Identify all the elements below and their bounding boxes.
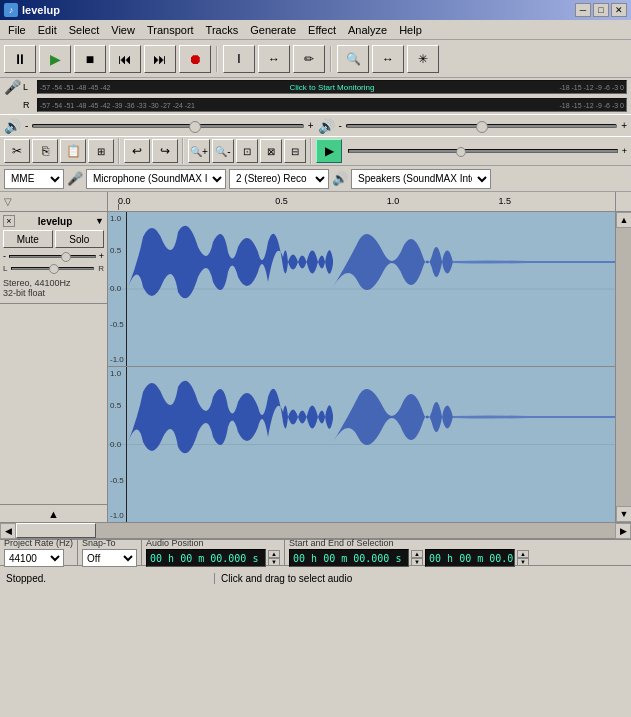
scale-bot-neg-1-0: -1.0 bbox=[108, 511, 124, 520]
zoom-full-button[interactable]: ⊟ bbox=[284, 139, 306, 163]
menu-bar: File Edit Select View Transport Tracks G… bbox=[0, 20, 631, 40]
scroll-down-button[interactable]: ▼ bbox=[616, 506, 631, 522]
stop-button[interactable]: ■ bbox=[74, 45, 106, 73]
minimize-button[interactable]: ─ bbox=[575, 3, 591, 17]
play-button[interactable]: ▶ bbox=[39, 45, 71, 73]
menu-generate[interactable]: Generate bbox=[244, 22, 302, 38]
solo-button[interactable]: Solo bbox=[55, 230, 105, 248]
scroll-track-v[interactable] bbox=[616, 228, 631, 506]
channels-select[interactable]: 2 (Stereo) Reco bbox=[229, 169, 329, 189]
sel-start-up[interactable]: ▲ bbox=[411, 550, 423, 558]
menu-analyze[interactable]: Analyze bbox=[342, 22, 393, 38]
prev-button[interactable]: ⏮ bbox=[109, 45, 141, 73]
toolbar-divider-1 bbox=[216, 46, 218, 72]
zoom-sel-button[interactable]: ⊡ bbox=[236, 139, 258, 163]
vol-plus-track: + bbox=[99, 251, 104, 261]
sel-end-down[interactable]: ▼ bbox=[517, 558, 529, 566]
menu-file[interactable]: File bbox=[2, 22, 32, 38]
menu-effect[interactable]: Effect bbox=[302, 22, 342, 38]
scale-top-neg-1-0: -1.0 bbox=[108, 355, 124, 364]
track-dropdown-icon[interactable]: ▼ bbox=[95, 216, 104, 226]
vu-meter-left[interactable]: -57 -54 -51 -48 -45 -42 Click to Start M… bbox=[37, 80, 627, 94]
audio-pos-input[interactable]: 00 h 00 m 00.000 s bbox=[146, 549, 266, 567]
paste-button[interactable]: 📋 bbox=[60, 139, 86, 163]
scroll-left-button[interactable]: ◀ bbox=[0, 523, 16, 539]
mon-plus-label: + bbox=[621, 120, 627, 131]
pause-button[interactable]: ⏸ bbox=[4, 45, 36, 73]
project-rate-section: Project Rate (Hz) 44100 bbox=[0, 540, 78, 565]
edit-divider-1 bbox=[118, 138, 120, 164]
menu-transport[interactable]: Transport bbox=[141, 22, 200, 38]
selection-start-spinner[interactable]: ▲ ▼ bbox=[411, 550, 423, 566]
waveform-top-svg bbox=[108, 212, 615, 366]
zoom-in-tool-button[interactable]: 🔍 bbox=[337, 45, 369, 73]
sel-end-up[interactable]: ▲ bbox=[517, 550, 529, 558]
snap-to-select[interactable]: Off bbox=[82, 549, 137, 567]
menu-select[interactable]: Select bbox=[63, 22, 106, 38]
ruler-triangle: ▽ bbox=[4, 196, 12, 207]
hscroll-thumb[interactable] bbox=[16, 523, 96, 538]
track-info: Stereo, 44100Hz 32-bit float bbox=[3, 276, 104, 300]
ruler-mark-1-5: 1.5 bbox=[498, 196, 511, 206]
hscroll-track[interactable] bbox=[16, 523, 615, 538]
trim-button[interactable]: ⊞ bbox=[88, 139, 114, 163]
multi-tool-button[interactable]: ✳ bbox=[407, 45, 439, 73]
ruler-scroll-corner bbox=[615, 192, 631, 211]
record-button[interactable]: ⏺ bbox=[179, 45, 211, 73]
maximize-button[interactable]: □ bbox=[593, 3, 609, 17]
output-device-select[interactable]: Speakers (SoundMAX Inte ✓ bbox=[351, 169, 491, 189]
scale-top-1-0: 1.0 bbox=[108, 214, 121, 223]
track-pan-slider[interactable] bbox=[11, 267, 94, 270]
selection-tool-button[interactable]: I bbox=[223, 45, 255, 73]
zoom-in-button[interactable]: 🔍+ bbox=[188, 139, 210, 163]
selection-end-input[interactable]: 00 h 00 m 00.0 bbox=[425, 549, 515, 567]
pan-left-label: L bbox=[3, 264, 7, 273]
audio-pos-spinner[interactable]: ▲ ▼ bbox=[268, 550, 280, 566]
next-button[interactable]: ⏭ bbox=[144, 45, 176, 73]
close-button[interactable]: ✕ bbox=[611, 3, 627, 17]
track-collapse-button[interactable]: ▲ bbox=[0, 504, 107, 522]
output-volume-slider[interactable] bbox=[32, 124, 303, 128]
snap-to-section: Snap-To Off bbox=[78, 540, 142, 565]
audio-pos-up[interactable]: ▲ bbox=[268, 550, 280, 558]
input-device-select[interactable]: Microphone (SoundMAX In ✓ bbox=[86, 169, 226, 189]
zoom-out-button[interactable]: 🔍- bbox=[212, 139, 234, 163]
draw-tool-button[interactable]: ✏ bbox=[293, 45, 325, 73]
track-close-button[interactable]: × bbox=[3, 215, 15, 227]
vu-meter-right[interactable]: -57 -54 -51 -48 -45 -42 -39 -36 -33 -30 … bbox=[37, 98, 627, 112]
waveform-bottom[interactable]: 1.0 0.5 0.0 -0.5 -1.0 bbox=[108, 367, 615, 522]
menu-help[interactable]: Help bbox=[393, 22, 428, 38]
track-volume-slider[interactable] bbox=[9, 255, 96, 258]
selection-start-input[interactable]: 00 h 00 m 00.000 s bbox=[289, 549, 409, 567]
undo-button[interactable]: ↩ bbox=[124, 139, 150, 163]
scroll-right-button[interactable]: ▶ bbox=[615, 523, 631, 539]
selection-end-spinner[interactable]: ▲ ▼ bbox=[517, 550, 529, 566]
vu-click-monitor-text[interactable]: Click to Start Monitoring bbox=[290, 83, 375, 92]
redo-button[interactable]: ↪ bbox=[152, 139, 178, 163]
cut-button[interactable]: ✂ bbox=[4, 139, 30, 163]
edit-toolbar: ✂ ⎘ 📋 ⊞ ↩ ↪ 🔍+ 🔍- ⊡ ⊠ ⊟ ▶ + bbox=[0, 136, 631, 166]
menu-edit[interactable]: Edit bbox=[32, 22, 63, 38]
waveform-container[interactable]: 1.0 0.5 0.0 -0.5 -1.0 1.0 0.5 bbox=[108, 212, 615, 522]
mute-button[interactable]: Mute bbox=[3, 230, 53, 248]
status-message: Stopped. bbox=[0, 573, 214, 584]
time-shift-tool-button[interactable]: ↔ bbox=[372, 45, 404, 73]
envelope-tool-button[interactable]: ↔ bbox=[258, 45, 290, 73]
scrub-slider[interactable] bbox=[348, 149, 618, 153]
vu-meter-left-row: 🎤 L -57 -54 -51 -48 -45 -42 Click to Sta… bbox=[0, 78, 631, 96]
audio-pos-down[interactable]: ▼ bbox=[268, 558, 280, 566]
scroll-up-button[interactable]: ▲ bbox=[616, 212, 631, 228]
scale-bot-0-0: 0.0 bbox=[108, 440, 121, 449]
sel-start-down[interactable]: ▼ bbox=[411, 558, 423, 566]
project-rate-select[interactable]: 44100 bbox=[4, 549, 64, 567]
menu-view[interactable]: View bbox=[105, 22, 141, 38]
monitor-volume-slider[interactable] bbox=[346, 124, 617, 128]
menu-tracks[interactable]: Tracks bbox=[200, 22, 245, 38]
play-green-button[interactable]: ▶ bbox=[316, 139, 342, 163]
waveform-top[interactable]: 1.0 0.5 0.0 -0.5 -1.0 bbox=[108, 212, 615, 367]
zoom-fit-button[interactable]: ⊠ bbox=[260, 139, 282, 163]
pan-row: L R bbox=[3, 264, 104, 273]
ruler-area: 0.0 0.5 1.0 1.5 bbox=[108, 192, 615, 211]
driver-select[interactable]: MME bbox=[4, 169, 64, 189]
copy-button[interactable]: ⎘ bbox=[32, 139, 58, 163]
